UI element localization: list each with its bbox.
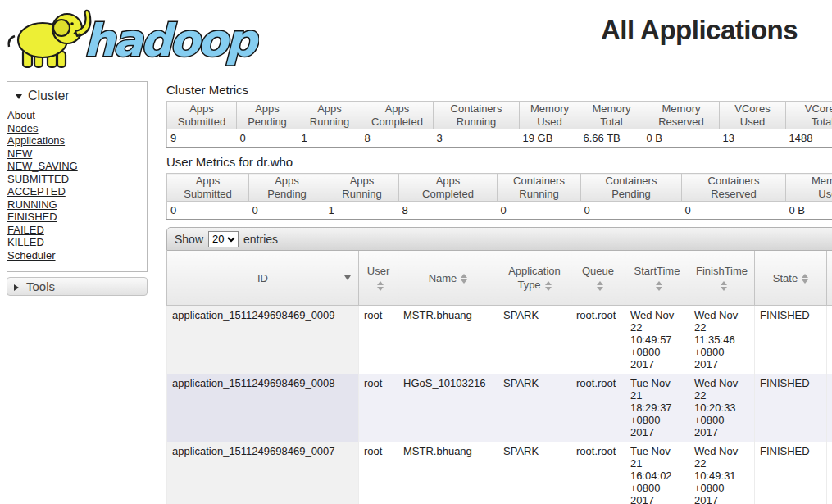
table-row: AppsSubmitted AppsPending AppsRunning Ap… bbox=[167, 102, 832, 129]
metric-value: 9 bbox=[167, 129, 237, 148]
list-item: About bbox=[7, 109, 147, 122]
column-header-user[interactable]: User bbox=[359, 251, 398, 306]
application-link[interactable]: application_1511249698469_0008 bbox=[172, 377, 335, 389]
cell-finalstatus: S bbox=[827, 442, 832, 504]
list-item: Applications bbox=[7, 134, 147, 148]
cell-id: application_1511249698469_0008 bbox=[167, 374, 359, 442]
metric-value: 0 bbox=[249, 202, 325, 220]
cell-finishtime: Wed Nov 22 10:49:31 +0800 2017 bbox=[689, 442, 755, 504]
metric-value: 0 bbox=[498, 202, 581, 220]
applications-datatable: Show 20 entries ID bbox=[166, 227, 832, 504]
col-apps-pending: AppsPending bbox=[249, 174, 325, 202]
sidebar-link-killed[interactable]: KILLED bbox=[7, 236, 44, 248]
sort-descending-icon bbox=[344, 275, 351, 280]
metric-value: 0 bbox=[237, 129, 298, 148]
column-header-application-type[interactable]: Application Type bbox=[498, 251, 571, 306]
hadoop-elephant-icon: hadoop bbox=[5, 3, 259, 72]
cell-finalstatus: S bbox=[827, 306, 832, 375]
cell-state: FINISHED bbox=[755, 306, 827, 375]
metric-value: 0 B bbox=[643, 129, 720, 148]
yarn-all-applications-page: hadoop All Applications Cluster About No… bbox=[0, 0, 832, 504]
hadoop-logo: hadoop bbox=[5, 3, 259, 72]
application-state-links: NEW NEW_SAVING SUBMITTED ACCEPTED RUNNIN… bbox=[7, 148, 147, 249]
metric-value: 8 bbox=[399, 202, 498, 220]
list-item: KILLED bbox=[7, 236, 147, 249]
application-link[interactable]: application_1511249698469_0007 bbox=[172, 445, 335, 457]
sort-icon bbox=[461, 274, 467, 284]
cell-starttime: Wed Nov 22 10:49:57 +0800 2017 bbox=[625, 306, 689, 375]
sidebar-link-submitted[interactable]: SUBMITTED bbox=[7, 173, 69, 185]
metric-value: 19 GB bbox=[520, 129, 580, 148]
metric-value: 8 bbox=[361, 129, 434, 148]
cell-user: root bbox=[359, 374, 398, 442]
cluster-nav-box: Cluster About Nodes Applications NEW NEW… bbox=[7, 81, 148, 272]
list-item: NEW_SAVING bbox=[7, 160, 147, 173]
col-apps-submitted: AppsSubmitted bbox=[167, 102, 237, 129]
sidebar-link-failed[interactable]: FAILED bbox=[7, 224, 44, 236]
col-apps-running: AppsRunning bbox=[298, 102, 361, 129]
metric-value: 0 bbox=[682, 202, 786, 220]
app-row: application_1511249698469_0007 root MSTR… bbox=[167, 442, 832, 504]
metric-value: 1488 bbox=[786, 129, 832, 148]
metric-value: 3 bbox=[434, 129, 520, 148]
list-item: Nodes bbox=[7, 122, 147, 135]
show-label: Show bbox=[175, 233, 203, 246]
sidebar-link-finished[interactable]: FINISHED bbox=[7, 211, 57, 223]
cluster-section-header[interactable]: Cluster bbox=[7, 86, 147, 109]
sort-icon bbox=[545, 281, 552, 291]
cell-user: root bbox=[359, 306, 398, 375]
cell-queue: root.root bbox=[571, 306, 625, 375]
sidebar-link-nodes[interactable]: Nodes bbox=[7, 122, 39, 134]
sidebar-link-new[interactable]: NEW bbox=[7, 148, 32, 160]
cell-user: root bbox=[359, 442, 398, 504]
column-header-finishtime[interactable]: FinishTime bbox=[689, 251, 755, 306]
cell-type: SPARK bbox=[498, 374, 571, 442]
cell-type: SPARK bbox=[498, 442, 571, 504]
list-item: FAILED bbox=[7, 224, 147, 237]
col-containers-reserved: ContainersReserved bbox=[682, 174, 786, 202]
column-header-state[interactable]: State bbox=[755, 251, 827, 306]
cell-state: FINISHED bbox=[755, 374, 827, 442]
list-item: RUNNING bbox=[7, 198, 147, 211]
sidebar-link-about[interactable]: About bbox=[7, 109, 35, 121]
sidebar-link-scheduler[interactable]: Scheduler bbox=[7, 249, 56, 261]
entries-label: entries bbox=[243, 233, 278, 246]
column-header-starttime[interactable]: StartTime bbox=[625, 251, 689, 306]
metric-value: 0 bbox=[581, 202, 682, 220]
application-link[interactable]: application_1511249698469_0009 bbox=[172, 309, 335, 321]
user-metrics-title: User Metrics for dr.who bbox=[166, 155, 832, 169]
column-header-clipped[interactable] bbox=[827, 251, 832, 306]
cluster-metrics-table: AppsSubmitted AppsPending AppsRunning Ap… bbox=[166, 101, 832, 148]
list-item: FINISHED bbox=[7, 211, 147, 224]
cluster-section-label: Cluster bbox=[28, 89, 70, 102]
metric-value: 0 bbox=[167, 202, 249, 220]
cell-finalstatus: S bbox=[827, 374, 832, 442]
cell-queue: root.root bbox=[571, 442, 625, 504]
column-header-id[interactable]: ID bbox=[167, 251, 359, 306]
list-item: Scheduler bbox=[7, 249, 147, 262]
column-header-queue[interactable]: Queue bbox=[571, 251, 625, 306]
col-memory-used: MemoryUsed bbox=[520, 102, 580, 129]
sidebar-link-new-saving[interactable]: NEW_SAVING bbox=[7, 160, 78, 172]
cell-queue: root.root bbox=[571, 374, 625, 442]
list-item: NEW bbox=[7, 148, 147, 161]
metric-value: 6.66 TB bbox=[580, 129, 643, 148]
sidebar-link-applications[interactable]: Applications bbox=[7, 134, 65, 147]
col-vcores-used: VCoresUsed bbox=[720, 102, 786, 129]
cell-name: MSTR.bhuang bbox=[398, 442, 498, 504]
page-title: All Applications bbox=[601, 15, 798, 46]
list-item: ACCEPTED bbox=[7, 185, 147, 198]
sort-icon bbox=[377, 281, 384, 291]
col-memory-total: MemoryTotal bbox=[580, 102, 643, 129]
metric-value: 1 bbox=[298, 129, 361, 148]
tools-section-header[interactable]: Tools bbox=[7, 277, 148, 296]
column-header-name[interactable]: Name bbox=[398, 251, 498, 306]
sidebar-link-running[interactable]: RUNNING bbox=[7, 198, 57, 211]
applications-table: ID User Name Application Type bbox=[166, 251, 832, 504]
table-row: AppsSubmitted AppsPending AppsRunning Ap… bbox=[167, 174, 832, 202]
cell-id: application_1511249698469_0009 bbox=[167, 306, 359, 375]
table-row: 9 0 1 8 3 19 GB 6.66 TB 0 B 13 1488 bbox=[167, 129, 832, 148]
page-size-select[interactable]: 20 bbox=[208, 231, 239, 247]
sidebar-link-accepted[interactable]: ACCEPTED bbox=[7, 185, 66, 198]
scheduler-links: Scheduler bbox=[7, 249, 147, 262]
